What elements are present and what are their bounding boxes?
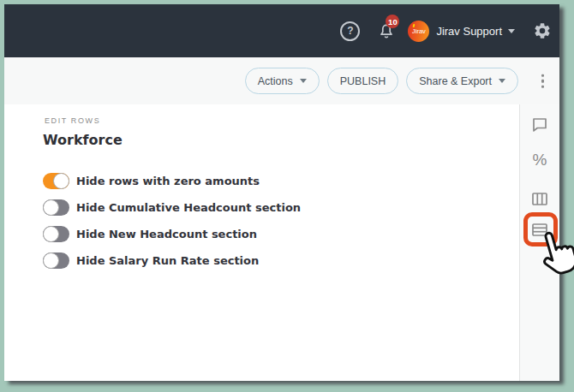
user-menu-label[interactable]: Jirav Support [436, 25, 502, 38]
toggle-knob [43, 252, 59, 269]
comment-icon[interactable] [532, 117, 548, 132]
more-options-kebab-icon[interactable] [539, 71, 547, 91]
app-window: ? 10 Jirav Jirav Support [4, 4, 559, 381]
percent-icon[interactable]: % [533, 151, 547, 169]
toggle-hide-cumulative-headcount[interactable] [43, 199, 69, 216]
panel-eyebrow: EDIT ROWS [45, 116, 519, 125]
page-title: Workforce [43, 132, 519, 148]
toggle-knob [53, 173, 69, 189]
toggle-row-hide-salary-run-rate: Hide Salary Run Rate section [43, 252, 519, 269]
toggle-row-hide-new-headcount: Hide New Headcount section [43, 226, 519, 242]
edit-rows-panel: EDIT ROWS Workforce Hide rows with zero … [4, 104, 519, 381]
action-toolbar: Actions PUBLISH Share & Export [4, 57, 559, 104]
content-area: EDIT ROWS Workforce Hide rows with zero … [4, 104, 559, 381]
settings-gear-icon[interactable] [533, 21, 552, 40]
notifications-button[interactable]: 10 [377, 21, 396, 40]
toggle-label: Hide Cumulative Headcount section [76, 201, 301, 214]
avatar[interactable]: Jirav [408, 21, 429, 42]
toggle-knob [43, 226, 59, 242]
screenshot-frame: ? 10 Jirav Jirav Support [0, 0, 574, 392]
top-navbar: ? 10 Jirav Jirav Support [4, 4, 559, 57]
share-export-button[interactable]: Share & Export [406, 68, 518, 94]
toggle-knob [43, 199, 59, 216]
toggle-row-hide-zero-amounts: Hide rows with zero amounts [43, 173, 519, 189]
actions-button[interactable]: Actions [245, 68, 320, 94]
toggle-label: Hide Salary Run Rate section [76, 254, 259, 267]
toggle-label: Hide New Headcount section [76, 228, 257, 241]
toggle-label: Hide rows with zero amounts [76, 175, 260, 187]
toggle-hide-salary-run-rate[interactable] [43, 252, 69, 269]
publish-button[interactable]: PUBLISH [327, 68, 399, 94]
toggle-row-hide-cumulative-headcount: Hide Cumulative Headcount section [43, 199, 519, 216]
toggle-hide-new-headcount[interactable] [43, 226, 69, 242]
right-icon-sidebar: % [519, 104, 559, 381]
notification-count-badge: 10 [386, 15, 399, 28]
rows-icon-highlight-box [523, 212, 558, 246]
chevron-down-icon [499, 79, 505, 83]
help-icon[interactable]: ? [340, 21, 360, 41]
toggle-hide-zero-amounts[interactable] [43, 173, 69, 189]
chevron-down-icon [300, 79, 307, 83]
chevron-down-icon[interactable] [508, 29, 515, 33]
columns-icon[interactable] [532, 193, 547, 205]
